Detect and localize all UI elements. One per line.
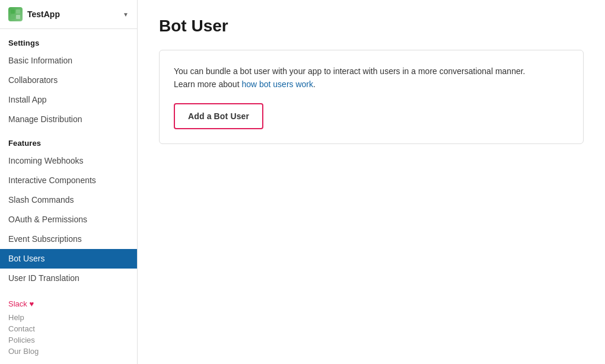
sidebar-item-manage-distribution[interactable]: Manage Distribution [0,110,137,129]
app-name: TestApp [27,9,118,19]
app-icon [8,7,23,21]
sidebar-item-interactive-components[interactable]: Interactive Components [0,171,137,190]
slack-label: Slack [8,299,27,308]
slack-love: Slack ♥ [8,299,129,308]
sidebar-footer: Slack ♥ Help Contact Policies Our Blog [0,290,137,364]
add-bot-user-button[interactable]: Add a Bot User [176,106,261,127]
card-description-part3: . [313,79,316,89]
add-bot-button-wrapper: Add a Bot User [174,103,263,129]
sidebar-item-bot-users[interactable]: Bot Users [0,249,137,269]
sidebar-item-install-app[interactable]: Install App [0,90,137,110]
footer-link-help[interactable]: Help [8,312,129,323]
how-bot-users-link[interactable]: how bot users work [241,79,313,89]
sidebar-item-slash-commands[interactable]: Slash Commands [0,190,137,210]
sidebar-item-event-subscriptions[interactable]: Event Subscriptions [0,229,137,249]
svg-rect-0 [11,9,15,14]
features-section-label: Features [0,129,137,151]
page-title: Bot User [159,17,584,36]
app-selector[interactable]: TestApp ▼ [0,0,137,29]
sidebar-item-basic-information[interactable]: Basic Information [0,51,137,71]
content-card: You can bundle a bot user with your app … [159,50,584,144]
svg-rect-2 [11,15,15,19]
sidebar-item-incoming-webhooks[interactable]: Incoming Webhooks [0,151,137,171]
sidebar-item-user-id-translation[interactable]: User ID Translation [0,269,137,288]
main-content: Bot User You can bundle a bot user with … [138,0,605,364]
sidebar: TestApp ▼ Settings Basic Information Col… [0,0,138,364]
footer-link-contact[interactable]: Contact [8,323,129,334]
svg-rect-3 [16,15,20,19]
heart-icon: ♥ [29,299,34,308]
card-description-part1: You can bundle a bot user with your app … [174,66,526,76]
chevron-down-icon: ▼ [123,11,129,18]
footer-link-blog[interactable]: Our Blog [8,346,129,357]
sidebar-item-collaborators[interactable]: Collaborators [0,71,137,90]
card-description-part2: Learn more about [174,79,241,89]
svg-rect-1 [16,9,20,14]
card-description: You can bundle a bot user with your app … [174,65,569,91]
settings-section-label: Settings [0,29,137,51]
sidebar-item-oauth-permissions[interactable]: OAuth & Permissions [0,210,137,229]
footer-link-policies[interactable]: Policies [8,334,129,346]
